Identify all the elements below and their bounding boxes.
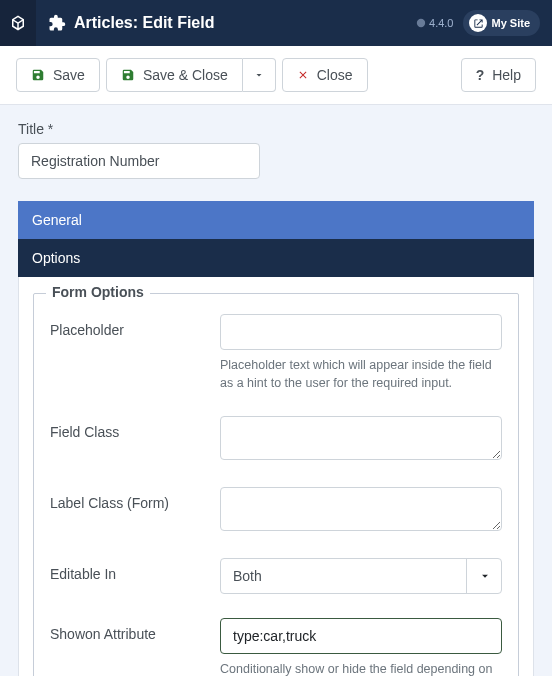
save-icon (31, 68, 45, 82)
toolbar: Save Save & Close Close ? Help (0, 46, 552, 105)
options-panel: Form Options Placeholder Placeholder tex… (18, 277, 534, 676)
svg-point-0 (417, 19, 425, 27)
showon-input[interactable] (220, 618, 502, 654)
save-close-button[interactable]: Save & Close (106, 58, 243, 92)
placeholder-label: Placeholder (50, 314, 220, 338)
title-input[interactable] (18, 143, 260, 179)
fieldset-legend: Form Options (46, 284, 150, 300)
tab-options[interactable]: Options (18, 239, 534, 277)
top-bar: Articles: Edit Field 4.4.0 My Site (0, 0, 552, 46)
form-options-fieldset: Form Options Placeholder Placeholder tex… (33, 293, 519, 676)
title-label: Title * (18, 121, 534, 137)
field-class-textarea[interactable] (220, 416, 502, 460)
close-button[interactable]: Close (282, 58, 368, 92)
save-button[interactable]: Save (16, 58, 100, 92)
editable-in-label: Editable In (50, 558, 220, 582)
external-link-icon (473, 18, 484, 29)
showon-label: Showon Attribute (50, 618, 220, 642)
save-icon (121, 68, 135, 82)
joomla-logo[interactable] (0, 0, 36, 46)
save-close-group: Save & Close (106, 58, 276, 92)
tabs: General Options Form Options Placeholder… (18, 201, 534, 676)
puzzle-icon (48, 14, 66, 32)
version-badge: 4.4.0 (416, 17, 453, 29)
help-icon: ? (476, 67, 485, 83)
placeholder-input[interactable] (220, 314, 502, 350)
page-title: Articles: Edit Field (74, 14, 214, 32)
my-site-button[interactable]: My Site (463, 10, 540, 36)
save-dropdown-toggle[interactable] (243, 58, 276, 92)
content-area: Title * General Options Form Options Pla… (0, 105, 552, 676)
page-title-wrap: Articles: Edit Field (36, 14, 416, 32)
label-class-textarea[interactable] (220, 487, 502, 531)
chevron-down-icon (253, 69, 265, 81)
help-button[interactable]: ? Help (461, 58, 536, 92)
tab-general[interactable]: General (18, 201, 534, 239)
close-icon (297, 69, 309, 81)
editable-in-select[interactable]: Both (220, 558, 502, 594)
showon-help: Conditionally show or hide the field dep… (220, 660, 502, 676)
label-class-label: Label Class (Form) (50, 487, 220, 511)
field-class-label: Field Class (50, 416, 220, 440)
placeholder-help: Placeholder text which will appear insid… (220, 356, 502, 392)
